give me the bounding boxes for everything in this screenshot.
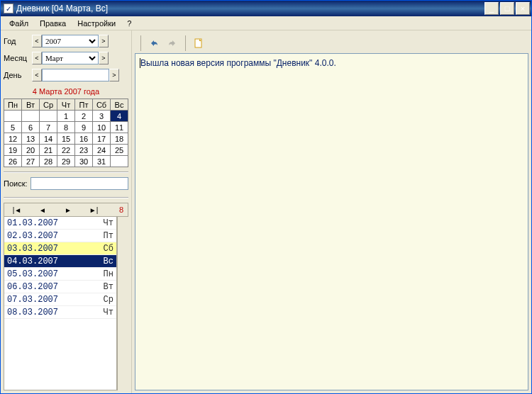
calendar-day[interactable]: 13: [22, 133, 40, 145]
calendar-day[interactable]: 30: [75, 156, 93, 167]
list-item[interactable]: 07.03.2007Ср: [4, 293, 116, 306]
weekday-header: Сб: [93, 99, 111, 111]
calendar-day[interactable]: 20: [22, 145, 40, 156]
calendar-day: [4, 111, 22, 122]
calendar-day: [40, 111, 57, 122]
editor[interactable]: Вышла новая версия программы "Дневник" 4…: [135, 53, 528, 390]
app-icon: ✓: [4, 4, 13, 13]
search-label: Поиск:: [4, 179, 28, 188]
calendar-day[interactable]: 17: [93, 133, 111, 145]
calendar-day[interactable]: 19: [4, 145, 22, 156]
entry-dow: Пт: [104, 231, 113, 241]
calendar-day[interactable]: 18: [111, 133, 128, 145]
calendar: ПнВтСрЧтПтСбВс 1234567891011121314151617…: [4, 98, 128, 167]
calendar-day[interactable]: 24: [93, 145, 111, 156]
month-select[interactable]: Март: [42, 52, 99, 64]
calendar-day[interactable]: 2: [75, 111, 93, 122]
menubar: Файл Правка Настройки ?: [1, 16, 531, 30]
editor-text: Вышла новая версия программы "Дневник" 4…: [140, 58, 336, 68]
entry-scrollbar[interactable]: [117, 217, 128, 390]
calendar-day[interactable]: 1: [57, 111, 75, 122]
calendar-day[interactable]: 7: [40, 122, 57, 133]
weekday-header: Вт: [22, 99, 40, 111]
calendar-day[interactable]: 11: [111, 122, 128, 133]
redo-button[interactable]: [164, 35, 181, 52]
calendar-day[interactable]: 12: [4, 133, 22, 145]
page-icon: [193, 38, 204, 49]
calendar-day[interactable]: 6: [22, 122, 40, 133]
day-input[interactable]: [42, 69, 109, 81]
redo-icon: [167, 38, 178, 49]
calendar-day[interactable]: 31: [93, 156, 111, 167]
weekday-header: Пт: [75, 99, 93, 111]
calendar-day[interactable]: 3: [93, 111, 111, 122]
calendar-day[interactable]: 15: [57, 133, 75, 145]
calendar-day[interactable]: 14: [40, 133, 57, 145]
calendar-day[interactable]: 16: [75, 133, 93, 145]
calendar-day[interactable]: 26: [4, 156, 22, 167]
calendar-day[interactable]: 22: [57, 145, 75, 156]
undo-button[interactable]: [145, 35, 162, 52]
list-item[interactable]: 02.03.2007Пт: [4, 230, 116, 242]
minimize-button[interactable]: _: [484, 2, 499, 15]
entry-date: 02.03.2007: [7, 231, 104, 241]
list-item[interactable]: 08.03.2007Чт: [4, 306, 116, 319]
list-item[interactable]: 05.03.2007Пн: [4, 268, 116, 281]
year-prev-button[interactable]: <: [32, 35, 42, 47]
entry-date: 04.03.2007: [7, 257, 104, 266]
year-select[interactable]: 2007: [42, 35, 99, 47]
weekday-header: Пн: [4, 99, 22, 111]
nav-first-button[interactable]: |◄: [4, 206, 30, 214]
month-label: Месяц: [4, 54, 32, 62]
day-prev-button[interactable]: <: [32, 69, 42, 81]
entry-date: 08.03.2007: [7, 308, 104, 317]
list-item[interactable]: 06.03.2007Вт: [4, 281, 116, 293]
entry-date: 07.03.2007: [7, 295, 104, 305]
calendar-day[interactable]: 27: [22, 156, 40, 167]
entry-date: 01.03.2007: [7, 218, 104, 228]
menu-edit[interactable]: Правка: [34, 18, 72, 29]
calendar-day[interactable]: 28: [40, 156, 57, 167]
calendar-day[interactable]: 25: [111, 145, 128, 156]
calendar-day[interactable]: 5: [4, 122, 22, 133]
calendar-day: [111, 156, 128, 167]
entry-dow: Вт: [104, 282, 113, 292]
calendar-day[interactable]: 8: [57, 122, 75, 133]
list-item[interactable]: 01.03.2007Чт: [4, 217, 116, 230]
month-next-button[interactable]: >: [99, 52, 109, 64]
calendar-day[interactable]: 9: [75, 122, 93, 133]
entry-list: 01.03.2007Чт02.03.2007Пт03.03.2007Сб04.0…: [4, 217, 117, 390]
search-input[interactable]: [31, 177, 128, 190]
weekday-header: Ср: [40, 99, 57, 111]
entry-date: 03.03.2007: [7, 244, 104, 254]
nav-prev-button[interactable]: ◄: [30, 206, 55, 214]
menu-settings[interactable]: Настройки: [72, 18, 121, 29]
calendar-day[interactable]: 23: [75, 145, 93, 156]
entry-dow: Чт: [104, 218, 113, 228]
month-prev-button[interactable]: <: [32, 52, 42, 64]
calendar-day[interactable]: 10: [93, 122, 111, 133]
calendar-day[interactable]: 4: [111, 111, 128, 122]
maximize-button[interactable]: □: [500, 2, 514, 15]
day-next-button[interactable]: >: [109, 69, 119, 81]
toolbar: [135, 33, 528, 53]
close-button[interactable]: ×: [516, 2, 530, 15]
list-item[interactable]: 03.03.2007Сб: [4, 242, 116, 255]
entry-dow: Чт: [104, 308, 113, 317]
calendar-day: [22, 111, 40, 122]
titlebar: ✓ Дневник [04 Марта, Вс] _ □ ×: [1, 1, 531, 16]
year-next-button[interactable]: >: [99, 35, 109, 47]
calendar-day[interactable]: 29: [57, 156, 75, 167]
entry-dow: Пн: [104, 269, 113, 279]
weekday-header: Вс: [111, 99, 128, 111]
new-page-button[interactable]: [190, 35, 207, 52]
menu-file[interactable]: Файл: [4, 18, 34, 29]
nav-last-button[interactable]: ►|: [81, 206, 106, 214]
menu-help[interactable]: ?: [121, 18, 137, 29]
entry-date: 06.03.2007: [7, 282, 104, 292]
calendar-day[interactable]: 21: [40, 145, 57, 156]
day-label: День: [4, 71, 32, 79]
nav-next-button[interactable]: ►: [55, 206, 81, 214]
list-item[interactable]: 04.03.2007Вс: [4, 255, 116, 268]
sidebar: Год < 2007 > Месяц < Март > День < > 4 М…: [1, 30, 132, 393]
